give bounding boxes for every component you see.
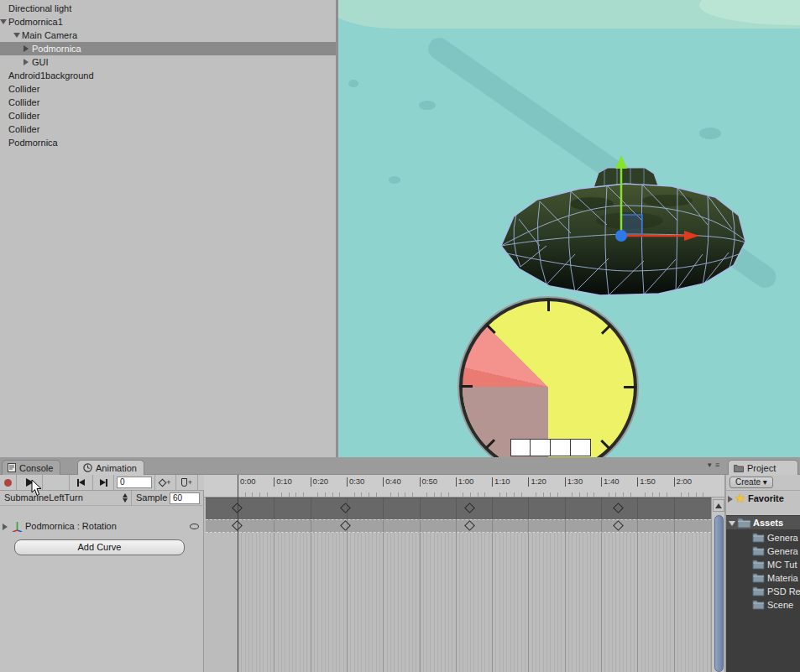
project-tree: Assets GeneraGeneraMC TutMateriaPSD ReSc… xyxy=(726,515,800,672)
first-key-icon-triangle xyxy=(79,479,85,486)
keyframe-band-clip[interactable] xyxy=(206,497,711,519)
sample-field[interactable]: 60 xyxy=(170,492,200,504)
folder-icon xyxy=(752,532,765,543)
open-folder-icon xyxy=(737,517,751,529)
collapse-arrow-icon[interactable] xyxy=(0,19,7,24)
ruler-major-tick xyxy=(565,477,566,487)
add-curve-button[interactable]: Add Curve xyxy=(14,539,185,555)
timeline-gridline xyxy=(637,497,638,672)
sample-label: Sample xyxy=(136,492,167,503)
ruler-major-tick xyxy=(420,477,421,487)
hierarchy-item-label: Podmornica xyxy=(32,42,81,55)
ruler-label: 0:00 xyxy=(240,477,256,486)
animated-property-row[interactable]: Podmornica : Rotation xyxy=(0,518,204,534)
panel-menu-icon[interactable]: ▾ ≡ xyxy=(708,461,720,469)
project-folder-label: Scene xyxy=(767,598,793,612)
hierarchy-item-gui[interactable]: GUI xyxy=(0,55,336,69)
ruler-label: 1:10 xyxy=(494,477,510,486)
scene-view[interactable] xyxy=(336,0,800,457)
timeline-grid xyxy=(238,533,711,672)
dropdown-updown-icon[interactable] xyxy=(123,493,128,503)
expand-arrow-icon[interactable] xyxy=(728,496,733,503)
scroll-up-button[interactable] xyxy=(713,499,724,512)
project-folder-mc-tut[interactable]: MC Tut xyxy=(726,558,800,571)
water-speck xyxy=(389,176,400,184)
clock-icon xyxy=(83,463,92,472)
submarine-model xyxy=(491,154,760,309)
project-folder-label: Genera xyxy=(767,544,798,558)
keyframe-band-property[interactable] xyxy=(206,519,711,533)
tab-project-label: Project xyxy=(747,461,776,475)
hierarchy-item-label: Main Camera xyxy=(22,29,77,42)
separator xyxy=(131,491,132,506)
gauge-segment-box xyxy=(551,439,571,456)
favorites-label: Favorite xyxy=(748,492,784,506)
console-icon xyxy=(8,463,16,472)
add-event-button[interactable]: + xyxy=(176,475,198,490)
hierarchy-item-collider[interactable]: Collider xyxy=(0,82,336,96)
timeline-gridline xyxy=(311,497,311,672)
curve-toggle-icon[interactable] xyxy=(190,524,199,529)
hierarchy-item-collider[interactable]: Collider xyxy=(0,96,336,109)
gauge-segment-boxes xyxy=(510,439,591,456)
hierarchy-item-collider[interactable]: Collider xyxy=(0,109,336,122)
gauge-tick xyxy=(547,300,550,311)
tab-console[interactable]: Console xyxy=(2,460,60,475)
transform-axes-icon xyxy=(12,521,23,532)
clip-dropdown[interactable]: SubmarineLeftTurn xyxy=(4,492,118,503)
hierarchy-item-directional-light[interactable]: Directional light xyxy=(0,2,336,15)
hierarchy-item-label: Collider xyxy=(8,96,39,109)
project-folder-genera[interactable]: Genera xyxy=(726,531,800,544)
next-key-button[interactable] xyxy=(93,475,114,490)
collapse-arrow-icon[interactable] xyxy=(13,33,20,38)
gauge-segment-box xyxy=(510,439,531,456)
project-folder-psd-re[interactable]: PSD Re xyxy=(726,585,800,598)
hierarchy-item-podmornica1[interactable]: Podmornica1 xyxy=(0,15,336,29)
first-key-button[interactable] xyxy=(70,475,93,490)
hierarchy-item-main-camera[interactable]: Main Camera xyxy=(0,29,336,42)
gauge-tick xyxy=(624,386,635,388)
collapse-arrow-icon[interactable] xyxy=(729,521,735,526)
create-button-label: Create xyxy=(735,477,761,487)
hierarchy-item-label: Android1background xyxy=(8,69,94,82)
mouse-cursor xyxy=(31,480,43,497)
project-folder-label: Materia xyxy=(767,571,798,585)
timeline-gridline xyxy=(565,497,566,672)
tab-animation-label: Animation xyxy=(96,461,137,475)
expand-arrow-icon[interactable] xyxy=(24,45,29,52)
frame-field[interactable]: 0 xyxy=(117,477,152,488)
add-keyframe-button[interactable]: + xyxy=(154,475,176,490)
tab-project[interactable]: Project xyxy=(728,460,798,475)
tab-animation[interactable]: Animation xyxy=(77,460,144,475)
create-button[interactable]: Create ▾ xyxy=(729,477,773,488)
expand-arrow-icon[interactable] xyxy=(3,524,8,530)
ruler-major-tick xyxy=(601,477,602,487)
ruler-label: 0:10 xyxy=(276,477,292,486)
assets-root-row[interactable]: Assets xyxy=(726,516,800,529)
hierarchy-item-podmornica[interactable]: Podmornica xyxy=(0,136,336,149)
up-arrow-icon xyxy=(715,503,722,508)
ruler-label: 1:20 xyxy=(531,477,546,486)
hierarchy-item-podmornica[interactable]: Podmornica xyxy=(0,42,336,55)
expand-arrow-icon[interactable] xyxy=(24,59,29,65)
project-folder-materia[interactable]: Materia xyxy=(726,571,800,585)
project-folder-genera[interactable]: Genera xyxy=(726,544,800,558)
ruler-major-tick xyxy=(383,477,384,487)
scrollbar-thumb[interactable] xyxy=(714,515,724,672)
ruler-label: 0:40 xyxy=(385,477,401,486)
hierarchy-item-collider[interactable]: Collider xyxy=(0,122,336,136)
animation-timeline: 0:000:100:200:300:400:501:001:101:201:30… xyxy=(204,475,724,672)
record-icon xyxy=(4,479,12,487)
property-label: Podmornica : Rotation xyxy=(25,518,117,534)
hierarchy-panel: Directional lightPodmornica1Main CameraP… xyxy=(0,0,336,457)
record-button[interactable] xyxy=(0,475,17,490)
project-folder-scene[interactable]: Scene xyxy=(726,598,800,612)
hierarchy-item-android1background[interactable]: Android1background xyxy=(0,69,336,82)
folder-icon xyxy=(734,464,744,472)
water-speck xyxy=(699,128,721,139)
timeline-ruler[interactable]: 0:000:100:200:300:400:501:001:101:201:30… xyxy=(204,475,724,497)
add-event-icon xyxy=(181,478,187,487)
timeline-scrollbar[interactable] xyxy=(711,497,724,672)
ruler-label: 0:50 xyxy=(422,477,438,486)
favorites-row[interactable]: ★ Favorite xyxy=(726,492,800,506)
